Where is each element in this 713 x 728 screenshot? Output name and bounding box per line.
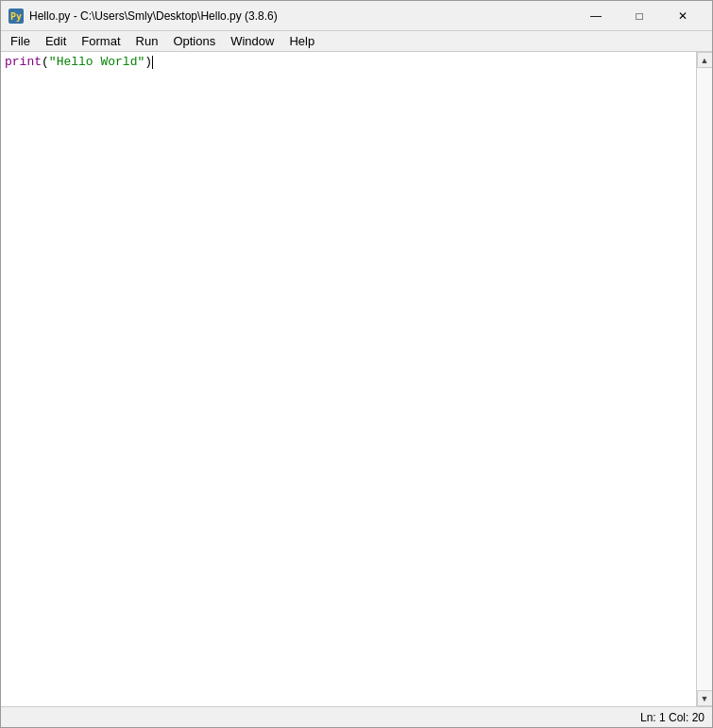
scroll-up-button[interactable]: ▲ [697,52,713,68]
window-controls: — □ ✕ [574,1,705,31]
menu-run[interactable]: Run [128,32,166,50]
code-string: "Hello World" [49,54,144,71]
status-bar: Ln: 1 Col: 20 [1,706,712,727]
window-title: Hello.py - C:\Users\Smly\Desktop\Hello.p… [29,9,567,23]
maximize-button[interactable]: □ [618,1,661,31]
vertical-scrollbar: ▲ ▼ [696,52,712,706]
editor-area: print("Hello World") ▲ ▼ [1,52,712,706]
menu-format[interactable]: Format [74,32,127,50]
menu-file[interactable]: File [3,32,38,50]
cursor-position: Ln: 1 Col: 20 [640,711,705,724]
menu-options[interactable]: Options [165,32,223,50]
code-line-1: print("Hello World") [5,54,692,71]
menu-help[interactable]: Help [281,32,322,50]
code-keyword: print [5,54,42,71]
minimize-button[interactable]: — [574,1,618,31]
svg-text:Py: Py [10,11,22,22]
main-window: Py Hello.py - C:\Users\Smly\Desktop\Hell… [0,0,713,728]
editor-content[interactable]: print("Hello World") [1,52,696,706]
app-icon: Py [8,8,24,24]
menu-bar: File Edit Format Run Options Window Help [1,31,712,52]
code-close-paren: ) [144,54,152,71]
close-button[interactable]: ✕ [661,1,705,31]
menu-edit[interactable]: Edit [38,32,74,50]
scroll-track[interactable] [697,68,712,690]
scroll-down-button[interactable]: ▼ [697,690,713,706]
code-open-paren: ( [42,54,49,71]
text-cursor [152,56,153,69]
title-bar: Py Hello.py - C:\Users\Smly\Desktop\Hell… [1,1,712,31]
menu-window[interactable]: Window [223,32,281,50]
